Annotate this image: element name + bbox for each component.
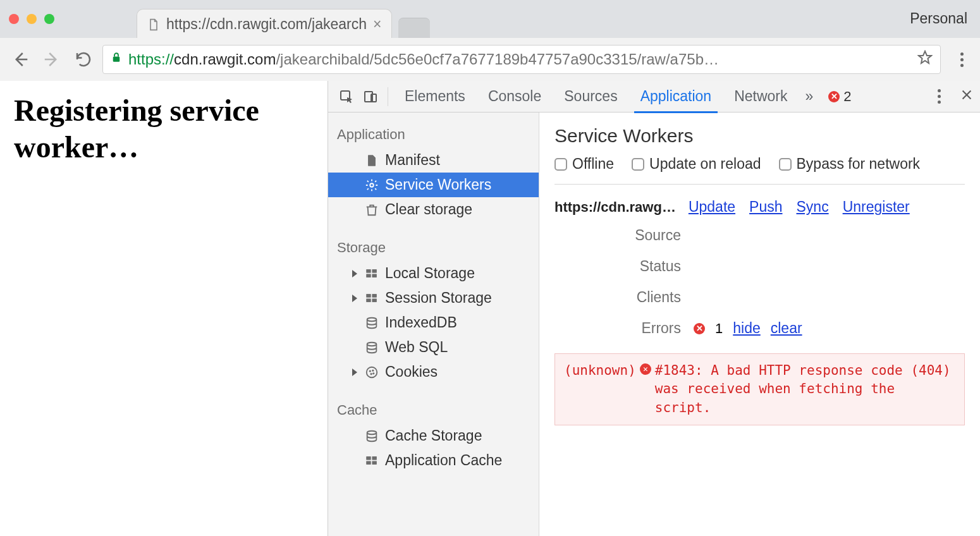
checkbox-label: Bypass for network (797, 155, 921, 173)
back-button[interactable] (8, 47, 33, 72)
url-text: https://cdn.rawgit.com/jakearchibald/5dc… (128, 51, 911, 68)
checkbox-label: Offline (572, 155, 614, 173)
devtools-menu-button[interactable] (928, 89, 950, 104)
disclosure-triangle-icon (352, 295, 357, 302)
forward-button[interactable] (39, 47, 64, 72)
checkbox-update-on-reload[interactable]: Update on reload (632, 155, 761, 173)
devtools-tab-sources[interactable]: Sources (553, 81, 628, 113)
inspect-element-button[interactable] (334, 85, 358, 109)
sidebar-item-label: Service Workers (385, 176, 491, 193)
profile-label[interactable]: Personal (910, 10, 967, 27)
sidebar-item-clear-storage[interactable]: Clear storage (328, 197, 539, 222)
sidebar-item-web-sql[interactable]: Web SQL (328, 335, 539, 360)
rendered-page: Registering service worker… (0, 81, 328, 536)
link-unregister[interactable]: Unregister (843, 198, 910, 216)
checkbox-icon (779, 158, 792, 171)
error-source: (unknown) (564, 362, 636, 380)
db-icon (365, 316, 379, 330)
inspect-icon (339, 89, 354, 104)
error-message: #1843: A bad HTTP response code (404) wa… (655, 362, 955, 417)
sidebar-item-service-workers[interactable]: Service Workers (328, 173, 539, 197)
pane-heading: Service Workers (554, 125, 965, 147)
devtools-close-button[interactable] (960, 88, 974, 106)
sidebar-item-session-storage[interactable]: Session Storage (328, 286, 539, 310)
db-icon (365, 341, 379, 355)
sw-scope: https://cdn.rawg… (554, 199, 676, 216)
svg-point-13 (367, 317, 377, 321)
sidebar-item-indexeddb[interactable]: IndexedDB (328, 310, 539, 335)
svg-rect-6 (372, 269, 376, 272)
grid-icon (365, 291, 379, 305)
device-icon (363, 89, 378, 104)
error-badge-icon: ✕ (828, 91, 840, 102)
devtools-panel: ElementsConsoleSourcesApplicationNetwork… (328, 81, 980, 536)
devtools-tab-elements[interactable]: Elements (393, 81, 477, 113)
sidebar-item-label: Clear storage (385, 201, 472, 218)
bookmark-star-icon[interactable] (917, 50, 933, 69)
address-bar[interactable]: https://cdn.rawgit.com/jakearchibald/5dc… (102, 45, 941, 74)
doc-icon (365, 154, 379, 168)
svg-point-17 (372, 370, 374, 371)
svg-rect-5 (367, 269, 371, 272)
sidebar-item-label: Session Storage (385, 289, 492, 307)
devtools-error-indicator[interactable]: ✕ 2 (828, 88, 851, 105)
tab-close-icon[interactable]: × (373, 16, 381, 33)
link-push[interactable]: Push (749, 198, 782, 216)
sidebar-item-application-cache[interactable]: Application Cache (328, 448, 539, 473)
svg-point-18 (371, 373, 372, 374)
checkbox-icon (554, 158, 567, 171)
close-window-button[interactable] (9, 14, 19, 24)
reload-button[interactable] (71, 47, 96, 72)
sidebar-item-cookies[interactable]: Cookies (328, 360, 539, 384)
svg-point-19 (373, 372, 374, 374)
value-errors: ✕ 1 hide clear (694, 320, 965, 337)
file-icon (147, 18, 160, 31)
lock-icon (111, 51, 122, 68)
link-clear-errors[interactable]: clear (771, 320, 802, 337)
window-titlebar: https://cdn.rawgit.com/jakearch × Person… (0, 0, 980, 38)
new-tab-button[interactable] (398, 18, 430, 38)
reload-icon (74, 50, 93, 69)
link-sync[interactable]: Sync (797, 198, 829, 216)
browser-menu-button[interactable] (951, 52, 972, 67)
sw-origin-row: https://cdn.rawg… UpdatePushSyncUnregist… (554, 185, 965, 227)
minimize-window-button[interactable] (27, 14, 37, 24)
browser-tab[interactable]: https://cdn.rawgit.com/jakearch × (137, 9, 392, 38)
checkbox-offline[interactable]: Offline (554, 155, 614, 173)
error-count: 2 (843, 88, 851, 105)
sidebar-section-application: Application (328, 119, 539, 148)
grid-icon (365, 454, 379, 468)
svg-point-16 (369, 370, 371, 371)
devtools-tab-console[interactable]: Console (477, 81, 553, 113)
checkbox-bypass-for-network[interactable]: Bypass for network (779, 155, 921, 173)
devtools-tab-application[interactable]: Application (629, 81, 723, 113)
label-clients: Clients (554, 289, 694, 306)
sidebar-item-manifest[interactable]: Manifest (328, 148, 539, 173)
svg-point-4 (370, 183, 374, 187)
disclosure-triangle-icon (352, 270, 357, 277)
svg-rect-22 (372, 456, 376, 460)
link-hide-errors[interactable]: hide (733, 320, 760, 337)
device-toolbar-button[interactable] (358, 85, 383, 109)
link-update[interactable]: Update (689, 198, 735, 216)
devtools-tab-network[interactable]: Network (723, 81, 799, 113)
sidebar-item-local-storage[interactable]: Local Storage (328, 261, 539, 286)
devtools-body: ApplicationManifestService WorkersClear … (328, 113, 980, 536)
sw-error-count: 1 (715, 320, 723, 337)
zoom-window-button[interactable] (44, 14, 54, 24)
svg-rect-7 (367, 274, 371, 277)
svg-rect-23 (367, 461, 371, 464)
sidebar-item-cache-storage[interactable]: Cache Storage (328, 423, 539, 448)
trash-icon (365, 203, 379, 217)
sidebar-item-label: Cache Storage (385, 427, 482, 444)
sw-details: Source Status Clients Errors ✕ 1 hide cl… (554, 227, 965, 337)
checkbox-label: Update on reload (649, 155, 761, 173)
sidebar-item-label: Local Storage (385, 265, 475, 282)
sw-actions: UpdatePushSyncUnregister (689, 198, 910, 216)
gear-icon (365, 178, 379, 192)
db-icon (365, 429, 379, 443)
grid-icon (365, 267, 379, 281)
devtools-more-tabs[interactable]: » (799, 88, 820, 105)
label-status: Status (554, 258, 694, 275)
svg-rect-9 (367, 294, 371, 297)
